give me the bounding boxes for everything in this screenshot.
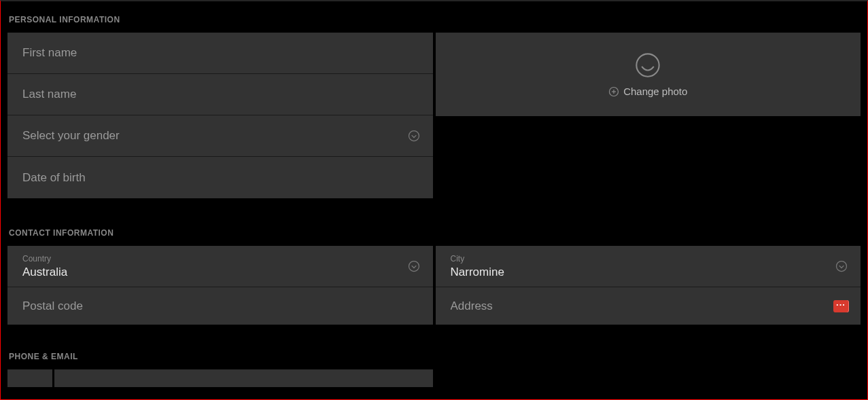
chevron-down-icon	[407, 259, 421, 273]
address-field[interactable]: ···	[436, 287, 861, 325]
gender-select[interactable]: Select your gender	[7, 115, 433, 157]
city-label: City	[451, 254, 465, 263]
svg-point-1	[637, 54, 659, 76]
section-title-phone: PHONE & EMAIL	[7, 325, 861, 369]
plus-circle-icon	[608, 86, 619, 97]
country-select[interactable]: Country Australia	[7, 246, 433, 287]
password-manager-icon[interactable]: ···	[833, 300, 848, 312]
first-name-input[interactable]	[22, 46, 418, 60]
dob-field[interactable]	[7, 157, 433, 198]
svg-point-0	[409, 131, 419, 141]
city-select[interactable]: City Narromine	[436, 246, 861, 287]
section-title-contact: CONTACT INFORMATION	[7, 198, 861, 246]
city-value: Narromine	[451, 266, 504, 279]
last-name-field[interactable]	[7, 74, 433, 115]
country-value: Australia	[22, 266, 67, 279]
change-photo-panel[interactable]: Change photo	[436, 33, 861, 116]
change-photo-label: Change photo	[623, 86, 687, 97]
last-name-input[interactable]	[22, 88, 418, 101]
postal-code-field[interactable]	[7, 287, 433, 325]
gender-placeholder: Select your gender	[22, 129, 120, 143]
change-photo-button[interactable]: Change photo	[608, 86, 687, 97]
svg-point-6	[837, 261, 847, 272]
phone-number-field[interactable]	[54, 369, 433, 387]
dob-input[interactable]	[22, 171, 418, 185]
first-name-field[interactable]	[7, 33, 433, 74]
phone-country-prefix[interactable]	[7, 369, 52, 387]
postal-code-input[interactable]	[22, 299, 418, 313]
address-input[interactable]	[451, 299, 846, 313]
country-label: Country	[22, 254, 51, 263]
chevron-down-icon	[835, 259, 848, 273]
chevron-down-icon	[407, 129, 421, 143]
section-title-personal: PERSONAL INFORMATION	[7, 1, 861, 33]
avatar-placeholder-icon	[634, 52, 661, 79]
svg-point-5	[409, 261, 419, 272]
